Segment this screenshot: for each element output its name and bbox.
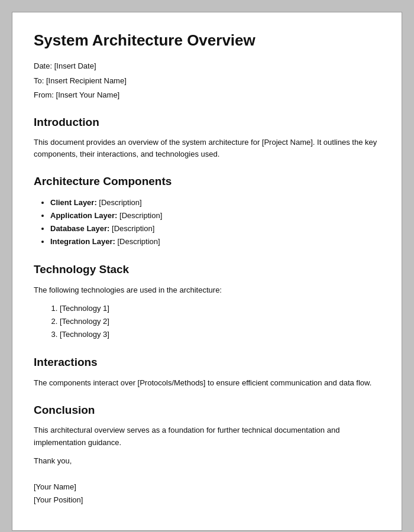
meta-from: From: [Insert Your Name] bbox=[34, 89, 380, 101]
list-item: Application Layer: [Description] bbox=[50, 209, 380, 222]
item-label: Client Layer: bbox=[50, 198, 97, 207]
heading-introduction: Introduction bbox=[34, 114, 380, 131]
item-label: Application Layer: bbox=[50, 211, 117, 220]
heading-architecture-components: Architecture Components bbox=[34, 173, 380, 190]
meta-date: Date: [Insert Date] bbox=[34, 60, 380, 72]
meta-to: To: [Insert Recipient Name] bbox=[34, 75, 380, 87]
technology-list: [Technology 1] [Technology 2] [Technolog… bbox=[60, 302, 380, 341]
list-item: [Technology 3] bbox=[60, 328, 380, 341]
sign-off-position: [Your Position] bbox=[34, 494, 380, 507]
architecture-components-list: Client Layer: [Description] Application … bbox=[50, 196, 380, 248]
list-item: Integration Layer: [Description] bbox=[50, 235, 380, 248]
intro-paragraph: This document provides an overview of th… bbox=[34, 137, 380, 160]
heading-technology-stack: Technology Stack bbox=[34, 261, 380, 278]
list-item: [Technology 1] bbox=[60, 302, 380, 315]
sign-off-section: Thank you, [Your Name] [Your Position] bbox=[34, 455, 380, 507]
sign-off-closing: Thank you, bbox=[34, 455, 380, 468]
list-item: Client Layer: [Description] bbox=[50, 196, 380, 209]
interactions-paragraph: The components interact over [Protocols/… bbox=[34, 377, 380, 389]
meta-section: Date: [Insert Date] To: [Insert Recipien… bbox=[34, 60, 380, 101]
document-title: System Architecture Overview bbox=[34, 31, 380, 50]
sign-off-name: [Your Name] bbox=[34, 481, 380, 494]
document: System Architecture Overview Date: [Inse… bbox=[12, 12, 402, 531]
list-item: Database Layer: [Description] bbox=[50, 222, 380, 235]
heading-interactions: Interactions bbox=[34, 354, 380, 371]
heading-conclusion: Conclusion bbox=[34, 402, 380, 419]
list-item: [Technology 2] bbox=[60, 315, 380, 328]
item-label: Integration Layer: bbox=[50, 237, 115, 246]
conclusion-paragraph: This architectural overview serves as a … bbox=[34, 424, 380, 448]
tech-stack-intro: The following technologies are used in t… bbox=[34, 284, 380, 296]
item-label: Database Layer: bbox=[50, 224, 109, 233]
